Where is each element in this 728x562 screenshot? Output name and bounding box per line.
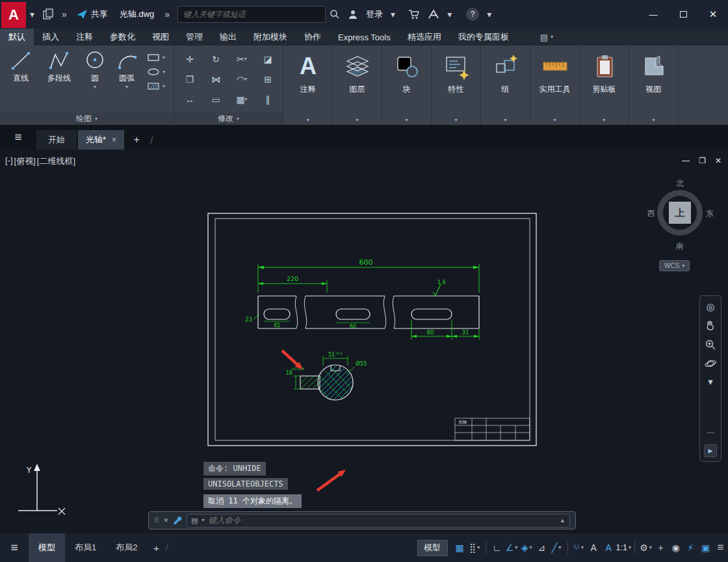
ortho-mode-icon[interactable]: ∟ [489, 538, 504, 557]
object-snap-tracking-icon[interactable]: ╱▾ [549, 538, 564, 557]
app-logo-icon[interactable]: A [1, 2, 26, 28]
command-expand-icon[interactable]: ▲ [560, 517, 566, 524]
ribbon-tab-insert[interactable]: 插入 [34, 29, 68, 46]
rotate-icon[interactable]: ↻ [203, 49, 229, 69]
offset-icon[interactable]: ∥ [255, 89, 281, 109]
panel-draw-title[interactable]: 绘图 ▾ [0, 113, 174, 125]
command-bar-close-icon[interactable]: × [164, 516, 168, 525]
navbar-more-icon[interactable]: ⋯ [707, 428, 714, 437]
quick-access-chevrons-icon[interactable]: » [58, 5, 71, 24]
search-icon[interactable] [326, 5, 344, 24]
command-bar[interactable]: ⠿ × ▤ ▾ ▲ [148, 511, 576, 529]
tool-ellipse-button[interactable]: ▾ [147, 68, 165, 76]
panel-annotate[interactable]: A 注释 ▾ [283, 46, 333, 125]
tool-hatch-button[interactable]: ▾ [147, 82, 165, 90]
annotation-scale-control[interactable]: 1:1▾ [616, 538, 631, 557]
ribbon-tab-home[interactable]: 默认 [0, 29, 34, 46]
window-maximize-button[interactable] [668, 4, 698, 25]
new-layout-button[interactable]: + [147, 542, 165, 554]
ribbon-tab-manage[interactable]: 管理 [177, 29, 211, 46]
layout-menu-icon[interactable]: ≡ [0, 541, 29, 555]
help-icon[interactable]: ? [462, 5, 483, 24]
panel-group[interactable]: 组 ▾ [481, 46, 530, 125]
tab-start[interactable]: 开始 [36, 130, 77, 150]
trim-icon[interactable]: ✂▾ [229, 49, 255, 69]
tool-circle-button[interactable]: 圆 ▾ [82, 49, 108, 90]
recent-commands-caret-icon[interactable]: ▾ [202, 518, 204, 523]
panel-clipboard[interactable]: 剪贴板 ▾ [580, 46, 629, 125]
help-caret-icon[interactable]: ▾ [483, 5, 495, 24]
command-bar-grip-icon[interactable]: ⠿ [154, 516, 159, 525]
orbit-icon[interactable] [705, 358, 716, 369]
edit-polyline-icon[interactable]: ⊞ [255, 69, 281, 89]
play-icon[interactable]: ▶ [704, 444, 717, 457]
autodesk-caret-icon[interactable]: ▾ [443, 5, 456, 24]
command-input-field[interactable]: ▤ ▾ ▲ [187, 514, 570, 528]
annotation-visibility-icon[interactable]: A [586, 538, 601, 557]
scale-icon[interactable]: ▭ [203, 89, 229, 109]
tab-close-icon[interactable]: × [112, 135, 116, 144]
hardware-acceleration-icon[interactable]: ⚡ [683, 538, 698, 557]
model-space[interactable]: 光轴 600 220 1.6 23 [0, 150, 728, 533]
viewport-minimize-control[interactable]: [-] [5, 155, 13, 167]
viewport-close-icon[interactable]: ✕ [715, 156, 722, 165]
viewcube-south[interactable]: 南 [676, 241, 684, 252]
search-box[interactable] [177, 6, 326, 23]
fillet-icon[interactable]: ◠▾ [229, 69, 255, 89]
ribbon-tab-collaborate[interactable]: 协作 [296, 29, 330, 46]
panel-properties[interactable]: 特性 ▾ [432, 46, 481, 125]
mirror-icon[interactable]: ⋈ [203, 69, 229, 89]
tool-arc-button[interactable]: 圆弧 ▾ [112, 49, 141, 90]
osnap-marker-icon[interactable]: ⊿ [534, 538, 549, 557]
new-tab-button[interactable]: + [125, 130, 148, 150]
isodraft-icon[interactable]: ◈▾ [519, 538, 534, 557]
copy-icon[interactable]: ❐ [177, 69, 203, 89]
stretch-icon[interactable]: ↔ [177, 89, 203, 109]
autodesk-logo-icon[interactable] [424, 5, 443, 24]
ribbon-tab-output[interactable]: 输出 [211, 29, 245, 46]
polar-tracking-icon[interactable]: ∠▾ [504, 538, 519, 557]
pan-hand-icon[interactable] [705, 320, 716, 332]
new-file-icon[interactable] [38, 5, 58, 24]
customize-wrench-icon[interactable] [173, 515, 182, 526]
ribbon-tab-mypanel[interactable]: 我的专属面板 [450, 29, 517, 46]
customization-menu-icon[interactable]: ≡ [713, 538, 728, 557]
panel-utilities[interactable]: 实用工具 ▾ [530, 46, 580, 125]
cart-icon[interactable] [404, 5, 424, 24]
ribbon-tab-annotate[interactable]: 注释 [68, 29, 101, 46]
zoom-icon[interactable] [705, 339, 716, 351]
command-input[interactable] [209, 516, 556, 525]
workspace-gear-icon[interactable]: ⚙▾ [638, 538, 653, 557]
viewport-view-control[interactable]: [俯视] [14, 155, 36, 167]
viewcube-east[interactable]: 东 [706, 208, 714, 219]
move-icon[interactable]: ✛ [177, 49, 203, 69]
grid-display-icon[interactable]: ▦ [452, 538, 467, 557]
viewcube-west[interactable]: 西 [647, 208, 655, 219]
isolate-objects-icon[interactable]: ◉ [668, 538, 683, 557]
login-caret-icon[interactable]: ▾ [387, 5, 399, 24]
viewport-restore-icon[interactable]: ❐ [699, 156, 706, 165]
share-button[interactable]: 共享 [71, 8, 113, 20]
ribbon-tab-featured[interactable]: 精选应用 [399, 29, 450, 46]
tool-line-button[interactable]: 直线 [5, 49, 36, 84]
tool-rectangle-button[interactable]: ▾ [147, 53, 165, 62]
array-icon[interactable]: ▦▾ [229, 89, 255, 109]
file-tabs-menu-icon[interactable]: ≡ [0, 125, 36, 150]
viewcube-north[interactable]: 北 [676, 178, 684, 189]
object-snap-icon[interactable]: ∩▾ [571, 538, 586, 557]
drawing-canvas[interactable]: 光轴 600 220 1.6 23 [0, 150, 728, 533]
viewport-minimize-icon[interactable]: — [682, 156, 690, 165]
search-input[interactable] [183, 10, 320, 19]
window-minimize-button[interactable]: — [638, 4, 668, 25]
tool-polyline-button[interactable]: 多段线 [41, 49, 77, 84]
ribbon-tab-addins[interactable]: 附加模块 [245, 29, 296, 46]
viewcube[interactable]: 北 上 西 东 南 [650, 178, 710, 255]
login-label[interactable]: 登录 [362, 5, 387, 24]
app-menu-caret-icon[interactable]: ▾ [26, 5, 38, 24]
ribbon-tab-express[interactable]: Express Tools [330, 29, 399, 46]
full-navigation-wheel-icon[interactable]: ◎ [706, 301, 714, 313]
recent-commands-icon[interactable]: ▤ [191, 516, 198, 525]
panel-modify-title[interactable]: 修改 ▾ [174, 113, 283, 125]
snap-mode-icon[interactable]: ⣿▾ [467, 538, 482, 557]
user-icon[interactable] [344, 5, 362, 24]
